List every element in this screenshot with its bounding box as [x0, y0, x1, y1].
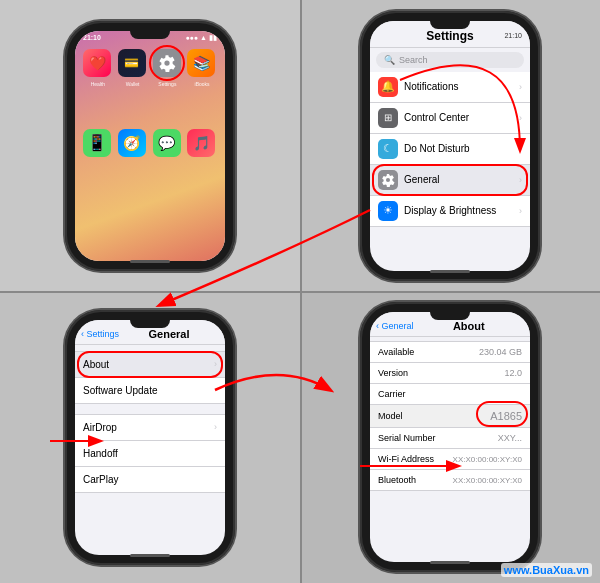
list-row-handoff[interactable]: Handoff	[75, 441, 225, 467]
list-row-airdrop[interactable]: AirDrop ›	[75, 414, 225, 441]
about-row-model: Model A1865	[370, 405, 530, 428]
settings-list: 🔔 Notifications › ⊞ Control Center ›	[370, 72, 530, 227]
quadrant-about: ‹ General About Available 230.04 GB Vers…	[300, 291, 600, 583]
software-update-label: Software Update	[83, 385, 217, 396]
time-q1: 21:10	[83, 34, 101, 41]
about-row-wifi: Wi-Fi Address XX:X0:00:00:XY:X0	[370, 449, 530, 470]
settings-title: Settings	[426, 29, 474, 43]
quadrant-general: ‹ Settings General About › Software Upda…	[0, 291, 300, 583]
app-settings[interactable]	[153, 49, 181, 77]
app-phone[interactable]: 📱	[83, 129, 111, 157]
app-ibooks[interactable]: 📚	[187, 49, 215, 77]
back-btn-q3[interactable]: ‹ Settings	[81, 329, 119, 339]
settings-row-control[interactable]: ⊞ Control Center ›	[370, 103, 530, 134]
about-row-serial: Serial Number XXY...	[370, 428, 530, 449]
about-row-carrier: Carrier	[370, 384, 530, 405]
settings-row-notifications[interactable]: 🔔 Notifications ›	[370, 72, 530, 103]
settings-row-dnd[interactable]: ☾ Do Not Disturb ›	[370, 134, 530, 165]
general-title: General	[119, 328, 219, 340]
watermark: www.BuaXua.vn	[501, 563, 592, 577]
about-row-bluetooth: Bluetooth XX:X0:00:00:XY:X0	[370, 470, 530, 491]
app-wallet[interactable]: 💳	[118, 49, 146, 77]
app-music[interactable]: 🎵	[187, 129, 215, 157]
back-btn-q4[interactable]: ‹ General	[376, 321, 414, 331]
about-row-available: Available 230.04 GB	[370, 342, 530, 363]
list-row-about[interactable]: About ›	[75, 351, 225, 378]
list-row-software[interactable]: Software Update	[75, 378, 225, 404]
list-row-carplay[interactable]: CarPlay	[75, 467, 225, 493]
status-time-q2: 21:10	[504, 32, 522, 39]
app-safari[interactable]: 🧭	[118, 129, 146, 157]
quadrant-settings: Settings 21:10 🔍 Search	[300, 0, 600, 291]
app-health[interactable]: ❤️	[83, 49, 111, 77]
settings-row-display[interactable]: ☀ Display & Brightness ›	[370, 196, 530, 227]
about-row-version: Version 12.0	[370, 363, 530, 384]
settings-row-general[interactable]: General ›	[370, 165, 530, 196]
app-messages[interactable]: 💬	[153, 129, 181, 157]
quadrant-homescreen: 21:10 ●●● ▲ ▮▮ ❤️ 💳	[0, 0, 300, 291]
about-title: About	[414, 320, 524, 332]
